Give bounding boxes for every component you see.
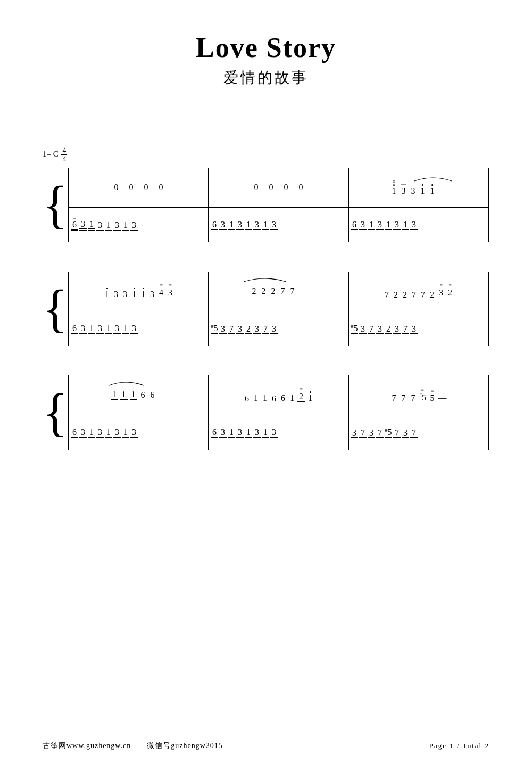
note: 3 <box>351 428 358 438</box>
s3m3-lower: 3 7 3 7 #5 7 3 7 <box>349 415 489 450</box>
note: 1 <box>105 428 112 438</box>
note: 3 <box>113 220 121 231</box>
note: #5 <box>351 323 358 334</box>
note: ≡ 3 <box>167 283 174 299</box>
note: 0 <box>268 183 275 192</box>
note: 3 <box>79 324 87 334</box>
note: 3 <box>96 428 104 438</box>
note: 3 <box>96 220 104 231</box>
note: 3 <box>253 428 261 438</box>
note: 7 <box>419 290 427 300</box>
key-signature: 1= C 44 <box>43 146 489 163</box>
note: 3 <box>79 219 87 231</box>
note: 1 <box>105 324 112 334</box>
system-3: { 1 1 1 6 6 — <box>43 375 489 450</box>
note: 3 <box>410 220 418 230</box>
page: Love Story 爱情的故事 1= C 44 { 0 0 0 <box>0 0 532 772</box>
note: 1 <box>228 428 235 438</box>
system-1: { 0 0 0 0 <box>43 168 489 242</box>
brace-2: { <box>43 272 68 346</box>
note: 2 <box>392 290 400 300</box>
note: 0 <box>253 183 260 192</box>
m3-lower: 6 3 1 3 <box>349 208 489 242</box>
note: 1 <box>111 390 118 400</box>
note: 7 <box>402 324 409 334</box>
system-3-lower: 6 3 1 3 1 3 1 3 6 3 1 <box>69 415 489 450</box>
note: — 3 <box>400 181 408 196</box>
note: 3 <box>112 290 120 300</box>
note: 3 <box>270 428 278 438</box>
note: 3 <box>219 324 227 334</box>
m3-upper: ≡ 1 — 3 3 1 <box>349 168 489 207</box>
note: 7 <box>410 428 418 438</box>
note: 6 <box>71 428 78 438</box>
note: 3 <box>236 324 244 334</box>
note: 1 <box>262 428 269 438</box>
s3m2-upper: 6 1 1 6 6 1 ≡ 2 <box>209 375 349 415</box>
note: 7 <box>228 324 235 334</box>
note: 1 <box>288 393 296 404</box>
system-1-lower: 6– 3 1 <box>69 208 489 242</box>
note: 1 <box>252 393 260 404</box>
note: 3 <box>96 324 104 334</box>
note: 3 <box>410 186 417 196</box>
note: 0 <box>297 183 305 192</box>
system-2-upper: 1 3 3 1 <box>69 272 489 311</box>
note: 3 <box>253 324 261 334</box>
note: 3 <box>368 428 375 438</box>
m2-upper: 0 0 0 0 <box>209 168 349 207</box>
note: 1 <box>402 220 409 230</box>
note: 0 <box>143 183 150 192</box>
note: 7 <box>410 290 418 300</box>
note: 1 <box>228 220 235 230</box>
footer-page: Page 1 / Total 2 <box>429 742 489 750</box>
note: 0 <box>128 183 135 192</box>
note: 2 <box>270 286 277 296</box>
note: 0 <box>157 183 165 192</box>
note: 1 <box>122 220 129 231</box>
note: 3 <box>121 290 129 300</box>
m1-upper: 0 0 0 0 <box>69 168 209 207</box>
footer: 古筝网www.guzhengw.cn 微信号guzhengw2015 Page … <box>43 741 489 751</box>
note: 6 <box>351 220 358 230</box>
note: 3 <box>376 220 384 230</box>
note: 7 <box>400 393 408 403</box>
note: 6 <box>270 394 278 404</box>
note: 7 <box>279 286 287 296</box>
note: 7 <box>359 428 367 438</box>
note: 1 <box>122 428 129 438</box>
footer-website: 古筝网www.guzhengw.cn 微信号guzhengw2015 <box>43 741 223 751</box>
note: 6 <box>279 393 287 404</box>
system-1-upper: 0 0 0 0 0 0 0 <box>69 168 489 208</box>
note: 1 <box>261 393 269 404</box>
note: ≡ 2 <box>297 387 305 403</box>
brace-3: { <box>43 375 68 450</box>
note: 1 <box>419 184 427 196</box>
note: ≡ 2 <box>446 283 454 299</box>
note: 1 <box>120 390 128 400</box>
note: 1 <box>262 220 269 230</box>
note: 6 <box>139 390 147 400</box>
m1-lower: 6– 3 1 <box>69 208 209 242</box>
s2m2-lower: #5 3 7 3 2 3 7 3 <box>209 311 349 346</box>
note: 7 <box>393 428 401 438</box>
note: 3 <box>270 220 278 230</box>
note: 1 <box>105 220 112 231</box>
note: 1 <box>88 428 95 438</box>
note: 7 <box>262 324 269 334</box>
s2m1-upper: 1 3 3 1 <box>69 272 209 311</box>
note: 0 <box>113 183 120 192</box>
note: 6 <box>211 428 218 438</box>
note: 1 <box>130 288 138 300</box>
note: 1 <box>88 219 95 231</box>
note: ≡ #5 <box>419 387 427 403</box>
note: 6 <box>243 394 251 404</box>
note: 7 <box>383 290 390 300</box>
note: 6 <box>149 390 156 400</box>
note: 1 <box>245 428 252 438</box>
title-english: Love Story <box>43 32 489 63</box>
note: 3 <box>253 220 261 230</box>
note: 7 <box>390 393 398 403</box>
system-1-inner: 0 0 0 0 0 0 0 <box>68 168 489 242</box>
title-chinese: 爱情的故事 <box>43 68 489 88</box>
